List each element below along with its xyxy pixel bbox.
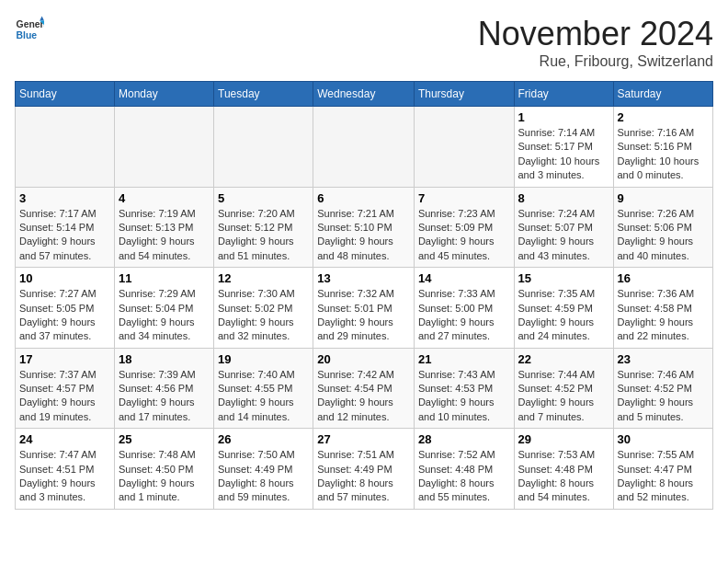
day-info: Sunrise: 7:53 AM Sunset: 4:48 PM Dayligh… — [518, 448, 609, 505]
day-number: 12 — [218, 271, 309, 285]
header: General Blue November 2024 Rue, Fribourg… — [15, 15, 713, 70]
day-info: Sunrise: 7:32 AM Sunset: 5:01 PM Dayligh… — [317, 287, 410, 344]
day-number: 20 — [317, 352, 410, 366]
day-number: 18 — [119, 352, 210, 366]
day-info: Sunrise: 7:20 AM Sunset: 5:12 PM Dayligh… — [218, 207, 309, 264]
calendar-cell: 14Sunrise: 7:33 AM Sunset: 5:00 PM Dayli… — [414, 268, 514, 349]
svg-text:General: General — [17, 19, 44, 29]
day-number: 1 — [518, 110, 609, 124]
day-number: 28 — [418, 432, 510, 446]
day-info: Sunrise: 7:39 AM Sunset: 4:56 PM Dayligh… — [119, 368, 210, 425]
day-info: Sunrise: 7:55 AM Sunset: 4:47 PM Dayligh… — [618, 448, 710, 505]
day-number: 30 — [618, 432, 710, 446]
calendar-cell — [214, 107, 313, 188]
day-number: 26 — [218, 432, 309, 446]
calendar-cell: 4Sunrise: 7:19 AM Sunset: 5:13 PM Daylig… — [115, 187, 214, 268]
calendar-cell: 21Sunrise: 7:43 AM Sunset: 4:53 PM Dayli… — [414, 348, 514, 429]
day-info: Sunrise: 7:43 AM Sunset: 4:53 PM Dayligh… — [418, 368, 510, 425]
day-info: Sunrise: 7:29 AM Sunset: 5:04 PM Dayligh… — [119, 287, 210, 344]
day-number: 19 — [218, 352, 309, 366]
day-of-week-header: Saturday — [613, 82, 713, 107]
calendar-cell: 9Sunrise: 7:26 AM Sunset: 5:06 PM Daylig… — [613, 187, 713, 268]
day-info: Sunrise: 7:14 AM Sunset: 5:17 PM Dayligh… — [518, 126, 609, 183]
day-number: 29 — [518, 432, 609, 446]
day-number: 27 — [317, 432, 410, 446]
day-number: 24 — [19, 432, 110, 446]
day-number: 3 — [19, 191, 110, 205]
calendar-cell: 20Sunrise: 7:42 AM Sunset: 4:54 PM Dayli… — [313, 348, 415, 429]
day-of-week-header: Thursday — [414, 82, 514, 107]
calendar-cell: 23Sunrise: 7:46 AM Sunset: 4:52 PM Dayli… — [613, 348, 713, 429]
day-of-week-header: Tuesday — [214, 82, 313, 107]
calendar-cell: 18Sunrise: 7:39 AM Sunset: 4:56 PM Dayli… — [115, 348, 214, 429]
calendar-cell: 28Sunrise: 7:52 AM Sunset: 4:48 PM Dayli… — [414, 429, 514, 510]
calendar-cell: 19Sunrise: 7:40 AM Sunset: 4:55 PM Dayli… — [214, 348, 313, 429]
day-info: Sunrise: 7:46 AM Sunset: 4:52 PM Dayligh… — [618, 368, 710, 425]
day-number: 10 — [19, 271, 110, 285]
day-number: 8 — [518, 191, 609, 205]
day-number: 14 — [418, 271, 510, 285]
calendar-cell: 5Sunrise: 7:20 AM Sunset: 5:12 PM Daylig… — [214, 187, 313, 268]
calendar-cell: 2Sunrise: 7:16 AM Sunset: 5:16 PM Daylig… — [613, 107, 713, 188]
calendar-cell: 11Sunrise: 7:29 AM Sunset: 5:04 PM Dayli… — [115, 268, 214, 349]
calendar-cell: 24Sunrise: 7:47 AM Sunset: 4:51 PM Dayli… — [16, 429, 115, 510]
day-number: 21 — [418, 352, 510, 366]
day-number: 2 — [618, 110, 710, 124]
day-info: Sunrise: 7:26 AM Sunset: 5:06 PM Dayligh… — [618, 207, 710, 264]
calendar-cell: 12Sunrise: 7:30 AM Sunset: 5:02 PM Dayli… — [214, 268, 313, 349]
calendar-week-row: 10Sunrise: 7:27 AM Sunset: 5:05 PM Dayli… — [16, 268, 713, 349]
day-number: 15 — [518, 271, 609, 285]
calendar-cell — [313, 107, 415, 188]
calendar-cell: 8Sunrise: 7:24 AM Sunset: 5:07 PM Daylig… — [514, 187, 613, 268]
title-area: November 2024 Rue, Fribourg, Switzerland — [478, 15, 713, 70]
day-number: 13 — [317, 271, 410, 285]
day-info: Sunrise: 7:36 AM Sunset: 4:58 PM Dayligh… — [618, 287, 710, 344]
day-of-week-header: Monday — [115, 82, 214, 107]
day-number: 11 — [119, 271, 210, 285]
day-number: 17 — [19, 352, 110, 366]
calendar-cell: 16Sunrise: 7:36 AM Sunset: 4:58 PM Dayli… — [613, 268, 713, 349]
day-info: Sunrise: 7:40 AM Sunset: 4:55 PM Dayligh… — [218, 368, 309, 425]
svg-text:Blue: Blue — [17, 30, 38, 40]
location-title: Rue, Fribourg, Switzerland — [478, 53, 713, 70]
day-info: Sunrise: 7:19 AM Sunset: 5:13 PM Dayligh… — [119, 207, 210, 264]
day-number: 25 — [119, 432, 210, 446]
day-number: 6 — [317, 191, 410, 205]
calendar-cell: 22Sunrise: 7:44 AM Sunset: 4:52 PM Dayli… — [514, 348, 613, 429]
calendar-cell: 17Sunrise: 7:37 AM Sunset: 4:57 PM Dayli… — [16, 348, 115, 429]
calendar-cell: 3Sunrise: 7:17 AM Sunset: 5:14 PM Daylig… — [16, 187, 115, 268]
day-number: 5 — [218, 191, 309, 205]
calendar-cell: 1Sunrise: 7:14 AM Sunset: 5:17 PM Daylig… — [514, 107, 613, 188]
logo-icon: General Blue — [15, 15, 44, 44]
calendar-cell: 26Sunrise: 7:50 AM Sunset: 4:49 PM Dayli… — [214, 429, 313, 510]
day-number: 9 — [618, 191, 710, 205]
calendar-week-row: 1Sunrise: 7:14 AM Sunset: 5:17 PM Daylig… — [16, 107, 713, 188]
calendar-cell: 27Sunrise: 7:51 AM Sunset: 4:49 PM Dayli… — [313, 429, 415, 510]
calendar-cell: 13Sunrise: 7:32 AM Sunset: 5:01 PM Dayli… — [313, 268, 415, 349]
calendar-cell: 15Sunrise: 7:35 AM Sunset: 4:59 PM Dayli… — [514, 268, 613, 349]
day-info: Sunrise: 7:17 AM Sunset: 5:14 PM Dayligh… — [19, 207, 110, 264]
day-number: 7 — [418, 191, 510, 205]
day-of-week-header: Friday — [514, 82, 613, 107]
month-title: November 2024 — [478, 15, 713, 53]
day-info: Sunrise: 7:24 AM Sunset: 5:07 PM Dayligh… — [518, 207, 609, 264]
day-info: Sunrise: 7:42 AM Sunset: 4:54 PM Dayligh… — [317, 368, 410, 425]
day-of-week-header: Sunday — [16, 82, 115, 107]
calendar-week-row: 24Sunrise: 7:47 AM Sunset: 4:51 PM Dayli… — [16, 429, 713, 510]
day-info: Sunrise: 7:47 AM Sunset: 4:51 PM Dayligh… — [19, 448, 110, 505]
calendar-week-row: 17Sunrise: 7:37 AM Sunset: 4:57 PM Dayli… — [16, 348, 713, 429]
day-number: 22 — [518, 352, 609, 366]
day-info: Sunrise: 7:37 AM Sunset: 4:57 PM Dayligh… — [19, 368, 110, 425]
day-info: Sunrise: 7:52 AM Sunset: 4:48 PM Dayligh… — [418, 448, 510, 505]
calendar-cell: 7Sunrise: 7:23 AM Sunset: 5:09 PM Daylig… — [414, 187, 514, 268]
day-number: 16 — [618, 271, 710, 285]
day-of-week-header: Wednesday — [313, 82, 415, 107]
calendar-cell — [414, 107, 514, 188]
day-info: Sunrise: 7:27 AM Sunset: 5:05 PM Dayligh… — [19, 287, 110, 344]
calendar-cell: 25Sunrise: 7:48 AM Sunset: 4:50 PM Dayli… — [115, 429, 214, 510]
svg-marker-2 — [40, 17, 44, 21]
day-info: Sunrise: 7:35 AM Sunset: 4:59 PM Dayligh… — [518, 287, 609, 344]
day-info: Sunrise: 7:50 AM Sunset: 4:49 PM Dayligh… — [218, 448, 309, 505]
day-number: 4 — [119, 191, 210, 205]
day-number: 23 — [618, 352, 710, 366]
